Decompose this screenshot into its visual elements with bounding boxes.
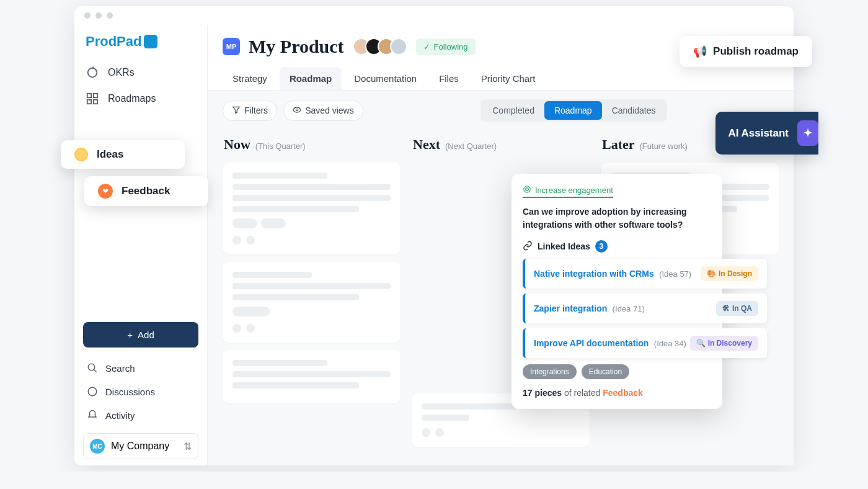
sidebar-item-label: Feedback (122, 185, 170, 197)
traffic-dot (84, 12, 91, 19)
svg-point-8 (524, 186, 531, 193)
tab-strategy[interactable]: Strategy (223, 67, 277, 90)
publish-label: Publish roadmap (713, 45, 799, 58)
segment-completed[interactable]: Completed (482, 101, 544, 120)
status-pill: 🔍 In Discovery (690, 336, 758, 351)
column-subtitle: (This Quarter) (255, 141, 306, 151)
linked-ideas-label: Linked Ideas (538, 241, 590, 251)
sidebar-item-roadmaps[interactable]: Roadmaps (74, 86, 207, 112)
sidebar-item-label: Roadmaps (108, 93, 156, 104)
org-selector[interactable]: MC My Company ⇅ (83, 433, 198, 459)
tab-documentation[interactable]: Documentation (344, 67, 427, 90)
plus-icon: + (127, 330, 133, 340)
feedback-link[interactable]: Feedback (603, 388, 643, 398)
svg-point-9 (526, 188, 529, 191)
grid-icon (86, 92, 99, 105)
logo-text: ProdPad (86, 34, 141, 50)
filter-icon (232, 105, 241, 116)
target-icon (86, 66, 99, 79)
bell-icon (87, 410, 98, 421)
megaphone-icon: 📢 (693, 45, 707, 58)
idea-title: Native integration with CRMs (534, 269, 654, 279)
segment-candidates[interactable]: Candidates (602, 101, 666, 120)
org-badge: MC (90, 439, 105, 454)
following-pill[interactable]: ✓ Following (416, 38, 476, 55)
collaborator-avatars[interactable] (353, 38, 407, 55)
saved-views-button[interactable]: Saved views (283, 101, 363, 121)
publish-roadmap-button[interactable]: 📢 Publish roadmap (680, 36, 812, 67)
column-now: Now (This Quarter) (223, 134, 401, 453)
sidebar-item-ideas[interactable]: Ideas (61, 140, 185, 169)
target-icon (523, 185, 531, 195)
filters-button[interactable]: Filters (223, 101, 277, 121)
sparkle-icon: ✦ (797, 120, 818, 146)
tab-roadmap[interactable]: Roadmap (280, 67, 342, 90)
tag[interactable]: Integrations (523, 364, 577, 379)
svg-point-7 (296, 109, 298, 111)
linked-idea-row[interactable]: Native integration with CRMs (Idea 57) 🎨… (523, 259, 767, 289)
column-title: Now (224, 137, 250, 153)
main-content: MP My Product ✓ Following 📢 Publish road… (208, 25, 794, 465)
status-pill: 🎨 In Design (701, 266, 758, 281)
board-toolbar: Filters Saved views Completed Roadmap Ca… (208, 91, 794, 130)
ai-label: AI Assistant (728, 127, 789, 140)
linked-ideas-header: Linked Ideas 3 (523, 240, 711, 253)
sidebar-item-label: OKRs (108, 67, 135, 78)
svg-rect-3 (87, 100, 91, 104)
heart-icon: ❤ (98, 184, 113, 199)
tag[interactable]: Education (582, 364, 629, 379)
traffic-dot (95, 12, 102, 19)
search-icon (87, 362, 98, 374)
ai-assistant-button[interactable]: AI Assistant ✦ (715, 112, 818, 155)
org-name: My Company (111, 441, 169, 452)
initiative-card[interactable]: Increase engagement Can we improve adopt… (512, 174, 722, 409)
idea-title: Improve API documentation (534, 338, 649, 348)
sidebar-item-okrs[interactable]: OKRs (74, 60, 207, 86)
segment-roadmap[interactable]: Roadmap (544, 101, 602, 120)
util-label: Search (105, 363, 135, 374)
logo: ProdPad (74, 31, 207, 60)
search-link[interactable]: Search (83, 357, 198, 379)
sidebar-item-label: Ideas (97, 148, 123, 161)
tab-priority-chart[interactable]: Priority Chart (471, 67, 546, 90)
linked-idea-row[interactable]: Improve API documentation (Idea 34) 🔍 In… (523, 328, 767, 358)
objective-label: Increase engagement (535, 186, 613, 195)
sidebar-item-feedback[interactable]: ❤ Feedback (84, 176, 208, 206)
column-subtitle: (Next Quarter) (445, 141, 497, 151)
eye-icon (293, 105, 301, 116)
idea-title: Zapier integration (534, 303, 607, 313)
roadmap-card[interactable] (223, 262, 401, 343)
util-label: Activity (105, 410, 135, 421)
avatar (390, 38, 407, 55)
feedback-count: 17 pieces (523, 388, 562, 398)
view-segmented: Completed Roadmap Candidates (480, 99, 667, 122)
svg-rect-1 (87, 94, 91, 97)
following-label: Following (434, 42, 468, 52)
window-titlebar (74, 6, 794, 25)
product-title: My Product (249, 36, 344, 57)
feedback-summary: 17 pieces of related Feedback (523, 388, 711, 398)
svg-point-5 (88, 364, 95, 370)
traffic-dot (107, 12, 113, 19)
discussions-link[interactable]: Discussions (83, 381, 198, 402)
linked-ideas-count: 3 (595, 240, 608, 253)
bulb-icon (74, 148, 88, 161)
tab-files[interactable]: Files (429, 67, 469, 90)
product-badge: MP (223, 38, 240, 55)
activity-link[interactable]: Activity (83, 405, 198, 426)
objective-tag[interactable]: Increase engagement (523, 185, 613, 198)
chat-icon (87, 386, 98, 397)
check-icon: ✓ (423, 42, 430, 52)
roadmap-card[interactable] (223, 163, 401, 254)
add-button[interactable]: + Add (83, 322, 198, 348)
filters-label: Filters (244, 105, 268, 115)
svg-rect-2 (94, 94, 97, 97)
logo-icon (144, 35, 157, 48)
svg-rect-4 (94, 100, 97, 104)
sidebar: ProdPad OKRs Roadmaps Reports (74, 25, 208, 465)
roadmap-card[interactable] (223, 350, 401, 403)
util-label: Discussions (105, 387, 155, 397)
svg-point-0 (88, 68, 97, 78)
linked-idea-row[interactable]: Zapier integration (Idea 71) 🛠 In QA (523, 294, 767, 323)
link-icon (523, 241, 533, 253)
